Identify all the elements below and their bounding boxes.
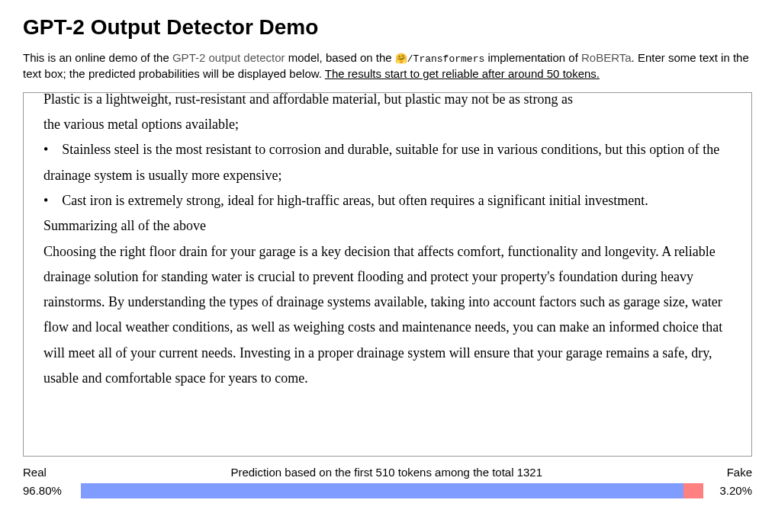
description-paragraph: This is an online demo of the GPT-2 outp… xyxy=(23,50,752,82)
desc-text-2: model, based on the xyxy=(285,51,395,64)
transformers-library-text: 🤗/Transformers xyxy=(395,53,484,65)
content-paragraph: Choosing the right floor drain for your … xyxy=(43,239,732,392)
content-line-partial: Plastic is a lightweight, rust-resistant… xyxy=(43,93,732,112)
prediction-bar-row: 96.80% 3.20% xyxy=(23,483,752,498)
content-bullet-1: • Stainless steel is the most resistant … xyxy=(43,137,732,188)
real-percentage: 96.80% xyxy=(23,484,78,497)
desc-text-1: This is an online demo of the xyxy=(23,51,172,64)
gpt2-detector-link[interactable]: GPT-2 output detector xyxy=(172,51,285,64)
desc-text-3: implementation of xyxy=(484,51,581,64)
text-input-container: Plastic is a lightweight, rust-resistant… xyxy=(23,92,752,457)
content-heading: Summarizing all of the above xyxy=(43,213,732,239)
roberta-link[interactable]: RoBERTa xyxy=(581,51,632,64)
real-bar-segment xyxy=(81,483,683,498)
content-line-1: the various metal options available; xyxy=(43,112,732,137)
content-bullet-2: • Cast iron is extremely strong, ideal f… xyxy=(43,188,732,213)
text-input[interactable]: Plastic is a lightweight, rust-resistant… xyxy=(24,93,751,456)
result-header-row: Real Prediction based on the first 510 t… xyxy=(23,466,752,479)
fake-label: Fake xyxy=(727,466,752,479)
real-label: Real xyxy=(23,466,47,479)
prediction-summary: Prediction based on the first 510 tokens… xyxy=(47,466,727,479)
prediction-bar xyxy=(81,483,703,498)
page-title: GPT-2 Output Detector Demo xyxy=(23,15,752,40)
fake-percentage: 3.20% xyxy=(706,484,752,497)
fake-bar-segment xyxy=(683,483,703,498)
reliability-note: The results start to get reliable after … xyxy=(325,67,600,80)
